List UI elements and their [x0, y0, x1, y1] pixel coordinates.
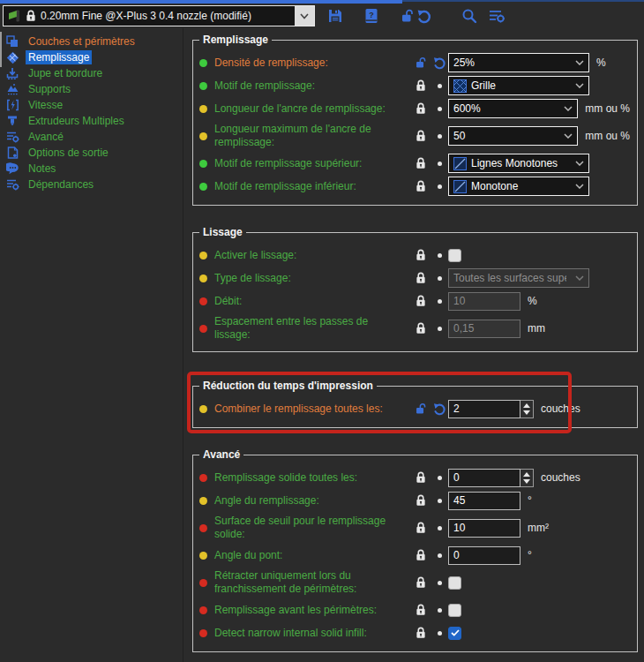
speed-icon [5, 98, 19, 112]
search-button[interactable] [461, 6, 477, 26]
sidebar-item-remplissage[interactable]: Remplissage [0, 49, 183, 65]
sync-dot [438, 553, 442, 558]
top-fill-pattern-combobox[interactable]: Lignes Monotones [448, 154, 589, 173]
option-level-dot [199, 252, 207, 260]
unit-label: ° [528, 494, 532, 507]
unlock-reset-button[interactable] [401, 6, 431, 26]
unlock-icon[interactable] [411, 402, 431, 415]
mode-settings-button[interactable] [488, 6, 505, 26]
sidebar-item-label: Notes [26, 162, 58, 176]
sync-dot [438, 526, 442, 530]
lock-icon[interactable] [411, 604, 431, 616]
infill-every-layers-input[interactable]: 2 [448, 400, 520, 418]
infill-anchor-max-combobox[interactable]: 50 [448, 126, 578, 146]
settings-page-remplissage: Remplissage Densité de remplissage: 25% … [185, 28, 644, 662]
setting-label: Angle du pont: [214, 549, 407, 562]
ironing-flowrate-input: 10 [448, 292, 520, 311]
solid-infill-threshold-input[interactable]: 10 [448, 519, 520, 538]
lock-icon[interactable] [411, 549, 431, 561]
preset-toolbar: 0.20mm Fine @X-Plus 3 0.4 nozzle (modifi… [0, 4, 644, 28]
lock-icon[interactable] [411, 522, 431, 534]
group-avance: Avancé Remplissage solide toutes les: 0 … [192, 455, 638, 652]
lock-icon[interactable] [411, 249, 431, 261]
help-book-button[interactable]: ? [364, 6, 378, 26]
unit-label: couches [541, 471, 580, 484]
infill-density-combobox[interactable]: 25% [448, 53, 589, 72]
solid-infill-every-layers-input[interactable]: 0 [448, 469, 520, 487]
sidebar-item-avance[interactable]: Avancé [0, 129, 183, 145]
sidebar-item-label: Remplissage [26, 50, 92, 64]
sidebar-item-label: Vitesse [26, 98, 65, 112]
setting-label: Surface de seuil pour le remplissage sol… [214, 515, 407, 541]
setting-label: Espacement entre les passes de lissage: [214, 315, 407, 342]
sidebar-item-label: Jupe et bordure [26, 66, 105, 80]
option-level-dot [199, 105, 207, 113]
lock-icon[interactable] [411, 471, 431, 484]
lock-icon[interactable] [411, 79, 431, 92]
preset-select[interactable]: 0.20mm Fine @X-Plus 3 0.4 nozzle (modifi… [3, 5, 315, 26]
chevron-down-icon [571, 161, 588, 166]
group-remplissage: Remplissage Densité de remplissage: 25% … [192, 40, 638, 206]
svg-text:?: ? [369, 11, 374, 19]
row-bottom-fill-pattern: Motif de remplissage inférieur: Monotone [199, 175, 630, 198]
sliders-gear-icon [5, 130, 19, 144]
ironing-type-combobox: Toutes les surfaces supé [448, 268, 589, 288]
infill-icon [5, 50, 19, 64]
chevron-down-icon [571, 60, 588, 65]
chevron-down-icon [571, 83, 588, 88]
sync-dot [438, 84, 442, 88]
lock-icon[interactable] [411, 322, 431, 335]
setting-label: Longueur de l'ancre de remplissage: [214, 102, 407, 116]
option-level-dot [199, 552, 207, 560]
undo-icon[interactable] [431, 56, 448, 70]
only-retract-crossing-perimeters-checkbox[interactable] [448, 576, 461, 590]
infill-first-checkbox[interactable] [448, 604, 461, 617]
spinner-buttons[interactable] [520, 400, 534, 418]
spinner-buttons[interactable] [520, 469, 534, 487]
row-detect-narrow-internal-solid-infill: Detect narrow internal solid infill: [199, 621, 630, 644]
sync-dot [438, 476, 442, 480]
bottom-fill-pattern-combobox[interactable]: Monotone [448, 177, 589, 196]
lock-icon[interactable] [411, 102, 431, 115]
option-level-dot [199, 629, 207, 637]
lock-icon[interactable] [411, 157, 431, 169]
fill-pattern-combobox[interactable]: Grille [448, 76, 589, 95]
skirt-icon [5, 66, 19, 80]
bridge-angle-input[interactable]: 0 [448, 546, 520, 565]
lock-icon[interactable] [411, 180, 431, 192]
sidebar-item-extrudeurs-multiples[interactable]: Extrudeurs Multiples [0, 113, 183, 129]
sidebar-item-dependances[interactable]: Dépendances [0, 177, 183, 192]
sidebar-item-supports[interactable]: Supports [0, 81, 183, 97]
lock-icon[interactable] [411, 272, 431, 284]
row-bridge-angle: Angle du pont: 0 ° [199, 544, 630, 567]
group-title: Avancé [199, 448, 243, 461]
unlock-icon[interactable] [411, 56, 431, 69]
option-level-dot [199, 524, 207, 532]
sidebar-item-options-de-sortie[interactable]: Options de sortie [0, 145, 183, 161]
unit-label: % [596, 56, 606, 69]
infill-anchor-combobox[interactable]: 600% [448, 99, 578, 118]
ironing-enable-checkbox[interactable] [448, 249, 461, 262]
save-preset-button[interactable] [327, 6, 343, 26]
chevron-down-icon [571, 184, 588, 189]
sidebar-item-jupe-et-bordure[interactable]: Jupe et bordure [0, 65, 183, 81]
row-ironing-flowrate: Débit: 10 % [199, 290, 630, 312]
lock-icon[interactable] [411, 494, 431, 507]
sidebar-item-couches-et-perimetres[interactable]: Couches et périmètres [0, 34, 183, 49]
lock-icon[interactable] [411, 130, 431, 142]
grid-pattern-icon [453, 79, 467, 93]
setting-label: Detect narrow internal solid infill: [214, 627, 407, 640]
fill-angle-input[interactable]: 45 [448, 492, 520, 510]
lock-icon[interactable] [411, 295, 431, 307]
lock-icon[interactable] [411, 627, 431, 639]
detect-narrow-solid-infill-checkbox[interactable] [448, 627, 461, 640]
sidebar-item-notes[interactable]: Notes [0, 161, 183, 177]
undo-icon[interactable] [431, 402, 448, 416]
unit-label: mm [528, 322, 545, 335]
setting-label: Motif de remplissage: [214, 79, 407, 93]
lock-icon[interactable] [411, 576, 431, 589]
chevron-down-icon[interactable] [295, 6, 314, 26]
ironing-spacing-input: 0,15 [448, 320, 520, 338]
setting-label: Remplissage avant les périmètres: [214, 604, 407, 617]
sidebar-item-vitesse[interactable]: Vitesse [0, 97, 183, 113]
